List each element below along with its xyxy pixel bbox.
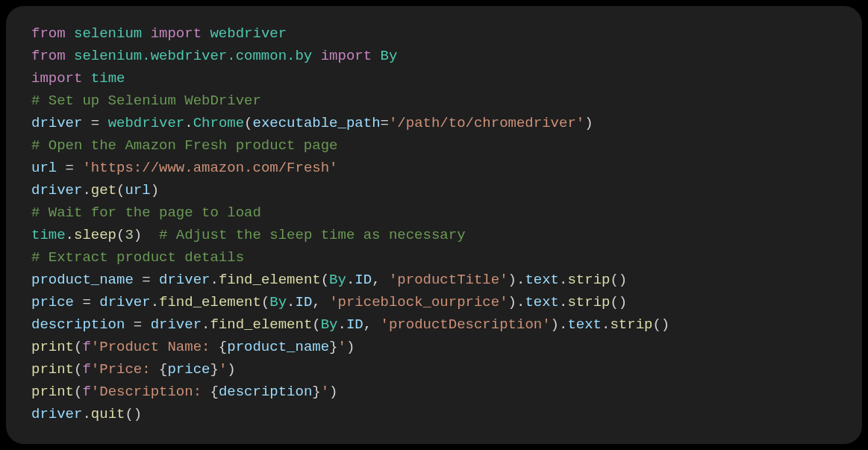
code-line: print(f'Price: {price}') [31,358,837,381]
code-token: ) [134,227,159,243]
code-token: sleep [74,227,116,243]
code-token: ' [338,339,346,355]
code-token: 'productTitle' [389,272,508,288]
code-token: ( [116,182,125,199]
code-token: = [134,272,159,288]
code-token: . [559,294,567,310]
code-token: strip [567,272,610,288]
code-token: 'productDescription' [381,316,551,333]
code-token: , [363,316,381,333]
code-token: 'priceblock_ourprice' [329,294,508,310]
code-line: driver.quit() [31,403,837,425]
code-token: text [525,272,559,288]
code-token: () [610,272,627,288]
code-token: driver [151,316,202,333]
code-token: By [329,272,346,288]
code-line: # Set up Selenium WebDriver [31,90,837,112]
code-token: ( [74,339,82,355]
code-token: . [287,294,295,310]
code-token: ( [116,227,125,243]
code-token: description [31,316,125,333]
code-token: By [381,48,398,64]
code-token: . [82,182,90,199]
code-token: url [125,182,150,199]
code-token [66,25,74,42]
code-token: . [338,316,346,333]
code-token: find_element [210,316,312,333]
code-token: ). [508,272,525,288]
code-token: ( [312,316,320,333]
code-token: . [82,406,90,422]
code-line: time.sleep(3) # Adjust the sleep time as… [31,224,837,246]
code-token: webdriver [210,25,287,42]
code-token: () [610,294,627,310]
code-token: selenium [74,25,142,42]
code-token: # Wait for the page to load [31,204,261,221]
code-token: ) [346,339,355,355]
code-token: price [31,294,74,310]
code-token: driver [31,406,82,422]
code-line: from selenium.webdriver.common.by import… [31,45,837,67]
code-token: strip [610,316,652,333]
code-line: driver.get(url) [31,179,837,201]
code-token: () [125,406,142,422]
code-token: ( [261,294,269,310]
code-token: import [321,48,372,64]
code-token: # Extract product details [31,249,244,266]
code-token: driver [99,294,150,310]
code-token: ). [551,316,568,333]
code-token [202,25,210,42]
code-token: = [57,160,82,176]
code-line: url = 'https://www.amazon.com/Fresh' [31,157,837,179]
code-token: driver [159,272,210,288]
code-line: description = driver.find_element(By.ID,… [31,313,837,336]
code-line: import time [31,67,837,90]
code-line: # Open the Amazon Fresh product page [31,134,837,157]
code-token: print [31,384,74,400]
code-token: product_name [31,272,134,288]
code-block[interactable]: from selenium import webdriver from sele… [6,6,862,444]
code-token: . [210,272,218,288]
code-token: . [151,294,159,310]
code-token: # Set up Selenium WebDriver [31,93,261,109]
code-token: text [567,316,602,333]
code-token: . [602,316,610,333]
code-token [312,48,320,64]
code-token: import [31,70,82,87]
code-token: , [312,294,329,310]
code-token: . [346,272,355,288]
code-token: { [210,384,218,400]
code-token: product_name [227,339,329,355]
code-token: = [82,115,107,131]
code-token: get [91,182,116,199]
code-token: ( [244,115,252,131]
code-token: time [91,70,125,87]
code-token: ID [346,316,363,333]
code-token: } [329,339,337,355]
code-token: . [559,272,567,288]
code-token: price [167,361,210,378]
code-token: ' [219,361,227,378]
code-token: { [159,361,167,378]
code-token: strip [567,294,610,310]
code-line: print(f'Description: {description}') [31,381,837,403]
code-token: . [202,316,210,333]
code-token: { [219,339,227,355]
code-token: . [184,115,193,131]
code-token: By [321,316,338,333]
code-token: By [269,294,287,310]
code-token: driver [31,182,82,199]
code-token: from [31,25,66,42]
code-token: 'Product Name: [91,339,219,355]
code-token: text [525,294,559,310]
code-token: Chrome [193,115,244,131]
code-token: = [381,115,389,131]
code-token: description [219,384,312,400]
code-token: 'https://www.amazon.com/Fresh' [82,160,337,176]
code-token: } [312,384,320,400]
code-token: from [31,48,66,64]
code-token: print [31,361,74,378]
code-token [66,48,74,64]
code-token: ID [355,272,372,288]
code-token: webdriver [108,115,185,131]
